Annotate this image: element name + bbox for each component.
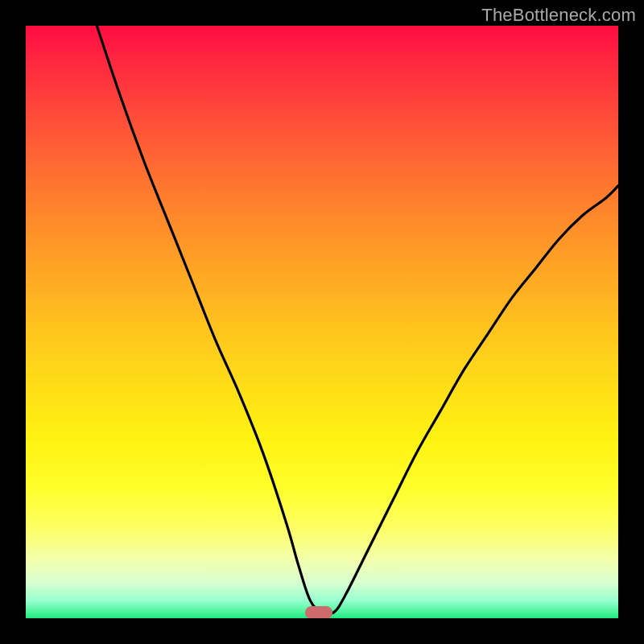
watermark-text: TheBottleneck.com	[481, 5, 636, 26]
chart-stage: TheBottleneck.com	[0, 0, 644, 644]
curve-path	[97, 26, 618, 614]
plot-area	[26, 26, 618, 618]
bottleneck-curve	[26, 26, 618, 618]
optimum-marker	[305, 606, 332, 618]
